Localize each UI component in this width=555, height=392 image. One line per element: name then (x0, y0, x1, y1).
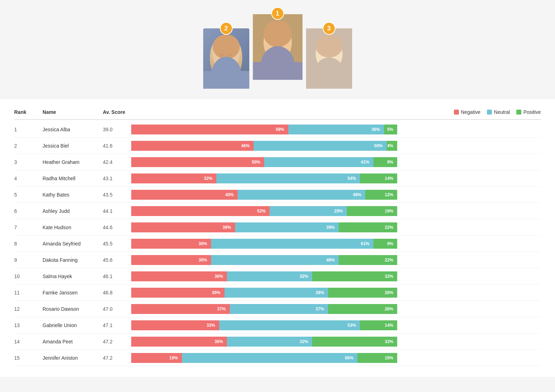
cell-bars: 19% 66% 15% (131, 353, 541, 363)
bar-label-negative: 35% (210, 290, 222, 295)
legend-neutral: Neutral (487, 109, 510, 115)
cell-bars: 40% 48% 12% (131, 189, 541, 200)
column-rank: Rank (14, 109, 43, 115)
legend-negative: Negative (454, 109, 481, 115)
legend-label-neutral: Neutral (494, 109, 510, 115)
bar-label-positive: 26% (383, 290, 395, 295)
cell-name: Kate Hudson (43, 225, 103, 230)
table-row: 13 Gabrielle Union 47.1 33% 53% 14% (14, 317, 541, 333)
bar-neutral: 29% (270, 206, 347, 216)
bar-label-negative: 32% (202, 176, 215, 181)
cell-score: 43.1 (103, 176, 131, 181)
podium-item-rank1: 1 (253, 14, 303, 82)
bar-label-neutral: 29% (332, 209, 345, 214)
cell-score: 46.1 (103, 274, 131, 279)
cell-rank: 6 (14, 208, 43, 214)
table-row: 8 Amanda Seyfried 45.5 30% 61% 9% (14, 236, 541, 252)
cell-bars: 30% 48% 22% (131, 255, 541, 265)
podium-photo-1 (253, 14, 303, 80)
bar-label-negative: 39% (220, 225, 233, 230)
table-header: Rank Name Av. Score Negative Neutral Pos… (14, 106, 541, 120)
bar-neutral: 39% (235, 222, 339, 232)
cell-name: Amanda Peet (43, 339, 103, 344)
bar-label-positive: 32% (383, 274, 395, 279)
legend-dot-neutral (487, 110, 492, 115)
bar-label-neutral: 48% (324, 258, 337, 263)
cell-rank: 1 (14, 127, 43, 132)
bar-label-neutral: 54% (345, 176, 358, 181)
bar-negative: 37% (131, 304, 230, 314)
cell-name: Ashley Judd (43, 208, 103, 214)
cell-bars: 46% 50% 4% (131, 140, 541, 151)
bar-label-positive: 5% (385, 127, 395, 132)
table-section: Rank Name Av. Score Negative Neutral Pos… (0, 99, 555, 377)
cell-rank: 10 (14, 274, 43, 279)
bar-positive: 5% (384, 125, 398, 134)
bar-label-positive: 22% (383, 225, 395, 230)
bar-neutral: 32% (227, 337, 312, 347)
cell-name: Kathy Bates (43, 192, 103, 198)
table-row: 4 Radha Mitchell 43.1 32% 54% 14% (14, 170, 541, 187)
bar-label-negative: 50% (250, 160, 262, 165)
bar-negative: 35% (131, 288, 224, 298)
table-row: 2 Jessica Biel 41.6 46% 50% 4% (14, 138, 541, 154)
bar-label-positive: 19% (383, 209, 395, 214)
table-row: 10 Salma Hayek 46.1 36% 32% 32% (14, 268, 541, 285)
bar-positive: 19% (347, 206, 398, 216)
legend-dot-negative (454, 110, 459, 115)
bar-neutral: 54% (216, 173, 360, 183)
bar-negative: 59% (131, 125, 288, 134)
bar-positive: 4% (387, 141, 397, 151)
bar-positive: 9% (373, 239, 398, 249)
bar-label-positive: 32% (383, 339, 395, 344)
cell-bars: 30% 61% 9% (131, 238, 541, 249)
rank-badge-2: 2 (220, 22, 233, 35)
bar-label-neutral: 32% (298, 274, 310, 279)
bar-label-neutral: 41% (359, 160, 371, 165)
bar-negative: 30% (131, 255, 211, 265)
bar-positive: 15% (357, 353, 398, 363)
cell-name: Salma Hayek (43, 274, 103, 279)
rank-badge-3: 3 (323, 22, 335, 35)
table-body: 1 Jessica Alba 39.0 59% 36% 5% 2 Jessica… (14, 121, 541, 366)
legend-positive: Positive (516, 109, 541, 115)
bar-neutral: 37% (230, 304, 328, 314)
bar-label-negative: 46% (239, 143, 252, 148)
cell-score: 47.2 (103, 339, 131, 344)
cell-rank: 3 (14, 159, 43, 165)
cell-rank: 9 (14, 257, 43, 263)
cell-score: 47.1 (103, 322, 131, 328)
svg-rect-12 (253, 62, 303, 80)
bar-positive: 26% (328, 288, 397, 298)
cell-rank: 12 (14, 306, 43, 312)
cell-bars: 36% 32% 32% (131, 336, 541, 347)
cell-rank: 11 (14, 290, 43, 296)
podium-item-rank3: 3 (306, 28, 352, 89)
bar-neutral: 32% (227, 271, 312, 281)
bar-label-neutral: 48% (351, 192, 363, 197)
bar-positive: 22% (339, 255, 397, 265)
bar-label-positive: 4% (385, 143, 395, 148)
cell-name: Jessica Alba (43, 127, 103, 132)
cell-score: 39.0 (103, 127, 131, 132)
table-row: 5 Kathy Bates 43.5 40% 48% 12% (14, 187, 541, 203)
cell-bars: 36% 32% 32% (131, 271, 541, 282)
bar-label-positive: 12% (383, 192, 395, 197)
bar-label-negative: 40% (223, 192, 236, 197)
cell-name: Dakota Fanning (43, 257, 103, 263)
podium-section: 2 1 (0, 0, 555, 99)
bar-label-positive: 15% (383, 355, 395, 360)
bar-label-negative: 52% (255, 209, 268, 214)
cell-score: 44.6 (103, 225, 131, 230)
table-row: 11 Famke Janssen 46.8 35% 39% 26% (14, 285, 541, 301)
cell-rank: 4 (14, 176, 43, 181)
table-row: 15 Jennifer Aniston 47.2 19% 66% 15% (14, 350, 541, 366)
bar-label-negative: 36% (212, 339, 225, 344)
podium-photo-2 (203, 28, 249, 89)
bar-label-neutral: 61% (359, 241, 371, 246)
column-name: Name (43, 109, 103, 115)
bar-label-negative: 30% (196, 241, 209, 246)
cell-name: Rosario Dawson (43, 306, 103, 312)
bar-label-neutral: 50% (372, 143, 385, 148)
bar-label-neutral: 53% (345, 323, 358, 328)
